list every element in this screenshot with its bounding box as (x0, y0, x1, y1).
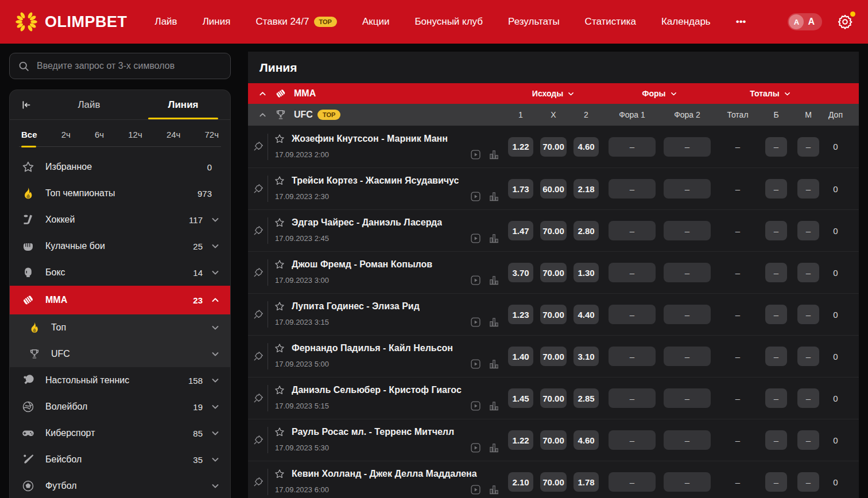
stats-icon[interactable] (488, 149, 500, 161)
odd-2-button[interactable]: 2.80 (574, 221, 599, 240)
odd-2-button[interactable]: 3.10 (574, 347, 599, 366)
favorite-star-icon[interactable] (274, 217, 285, 228)
time-filter[interactable]: Все (21, 130, 37, 146)
tab-live[interactable]: Лайв (42, 90, 136, 119)
under-button[interactable]: – (797, 221, 819, 240)
odd-2-button[interactable]: 1.78 (574, 472, 599, 492)
handicap-2-button[interactable]: – (664, 263, 711, 282)
under-button[interactable]: – (797, 388, 819, 408)
handicap-2-button[interactable]: – (664, 179, 711, 199)
time-filter[interactable]: 2ч (61, 130, 71, 146)
over-button[interactable]: – (765, 430, 787, 450)
under-button[interactable]: – (797, 263, 819, 282)
sidebar-item[interactable]: Топ чемпионаты 973 (10, 180, 230, 207)
favorite-star-icon[interactable] (274, 175, 285, 186)
sidebar-item[interactable]: Бейсбол 35 (10, 446, 230, 473)
handicap-2-button[interactable]: – (664, 347, 711, 366)
pin-button[interactable] (248, 351, 268, 363)
video-icon[interactable] (470, 232, 482, 244)
font-small-option[interactable]: A (789, 14, 804, 29)
video-icon[interactable] (470, 274, 482, 286)
over-button[interactable]: – (765, 347, 787, 366)
stats-icon[interactable] (488, 316, 500, 328)
over-button[interactable]: – (765, 388, 787, 408)
extra-count[interactable]: 0 (819, 226, 852, 236)
favorite-star-icon[interactable] (274, 384, 285, 396)
nav-item[interactable]: Ставки 24/7 TOP (255, 16, 337, 28)
sidebar-item[interactable]: Хоккей 117 (10, 207, 230, 233)
over-button[interactable]: – (765, 179, 787, 199)
favorite-star-icon[interactable] (274, 426, 285, 438)
nav-item[interactable]: Результаты (508, 16, 560, 28)
odd-x-button[interactable]: 70.00 (540, 221, 567, 240)
odd-1-button[interactable]: 1.40 (508, 347, 533, 366)
favorite-star-icon[interactable] (274, 468, 285, 480)
handicap-2-button[interactable]: – (664, 137, 711, 157)
sidebar-item[interactable]: UFC (10, 341, 230, 367)
handicap-2-button[interactable]: – (664, 221, 711, 240)
search-input[interactable] (37, 61, 222, 71)
nav-item[interactable]: Акции (362, 16, 390, 28)
match-name[interactable]: Джош Фремд - Роман Копылов (292, 259, 432, 270)
over-button[interactable]: – (765, 305, 787, 324)
odd-2-button[interactable]: 4.60 (574, 430, 599, 450)
match-name[interactable]: Даниэль Сельюбер - Кристоф Гиагос (292, 385, 462, 395)
favorite-star-icon[interactable] (274, 259, 285, 270)
under-button[interactable]: – (797, 430, 819, 450)
nav-item[interactable]: ••• (736, 16, 746, 28)
under-button[interactable]: – (797, 305, 819, 324)
handicap-1-button[interactable]: – (609, 263, 656, 282)
video-icon[interactable] (470, 358, 482, 370)
pin-button[interactable] (248, 309, 268, 321)
match-name[interactable]: Рауль Росас мл. - Терренс Митчелл (292, 427, 454, 437)
odd-1-button[interactable]: 1.23 (508, 305, 533, 324)
sidebar-item[interactable]: Киберспорт 85 (10, 420, 230, 446)
sidebar-item[interactable]: Избранное 0 (10, 154, 230, 180)
odd-x-button[interactable]: 70.00 (540, 388, 567, 408)
match-name[interactable]: Фернандо Падилья - Кайл Нельсон (292, 343, 453, 353)
odd-x-button[interactable]: 70.00 (540, 263, 567, 282)
settings-button[interactable] (837, 14, 853, 30)
handicap-2-button[interactable]: – (664, 388, 711, 408)
under-button[interactable]: – (797, 472, 819, 492)
brand-logo[interactable]: OLIMPBET (15, 10, 127, 33)
favorite-star-icon[interactable] (274, 343, 285, 354)
time-filter[interactable]: 24ч (166, 130, 181, 146)
collapse-sidebar-button[interactable] (10, 90, 42, 119)
font-size-toggle[interactable]: A A (788, 13, 822, 30)
nav-item[interactable]: Календарь (661, 16, 711, 28)
pin-button[interactable] (248, 225, 268, 237)
extra-count[interactable]: 0 (819, 142, 852, 151)
handicap-1-button[interactable]: – (609, 430, 656, 450)
extra-count[interactable]: 0 (819, 268, 852, 278)
tab-line[interactable]: Линия (136, 90, 230, 119)
match-name[interactable]: Трейси Кортез - Жасмин Ясудавичус (292, 176, 459, 186)
collapse-league-button[interactable] (254, 111, 271, 119)
stats-icon[interactable] (488, 442, 500, 454)
extra-count[interactable]: 0 (819, 352, 852, 361)
pin-button[interactable] (248, 183, 268, 195)
pin-button[interactable] (248, 267, 268, 279)
stats-icon[interactable] (488, 190, 500, 203)
pin-button[interactable] (248, 392, 268, 404)
video-icon[interactable] (470, 190, 482, 203)
handicap-1-button[interactable]: – (609, 137, 656, 157)
sidebar-item[interactable]: ММА 23 (10, 286, 230, 314)
pin-button[interactable] (248, 141, 268, 153)
favorite-star-icon[interactable] (274, 133, 285, 145)
odd-1-button[interactable]: 2.10 (508, 472, 533, 492)
time-filter[interactable]: 12ч (128, 130, 142, 146)
odd-2-button[interactable]: 4.60 (574, 137, 599, 157)
odd-x-button[interactable]: 70.00 (540, 137, 567, 157)
video-icon[interactable] (470, 442, 482, 454)
handicap-1-button[interactable]: – (609, 472, 656, 492)
odd-1-button[interactable]: 1.22 (508, 430, 533, 450)
video-icon[interactable] (470, 149, 482, 161)
odd-2-button[interactable]: 1.30 (574, 263, 599, 282)
handicap-1-button[interactable]: – (609, 305, 656, 324)
stats-icon[interactable] (488, 484, 500, 496)
sidebar-item[interactable]: Топ (10, 314, 230, 341)
video-icon[interactable] (470, 316, 482, 328)
handicap-1-button[interactable]: – (609, 179, 656, 199)
nav-item[interactable]: Статистика (585, 16, 636, 28)
